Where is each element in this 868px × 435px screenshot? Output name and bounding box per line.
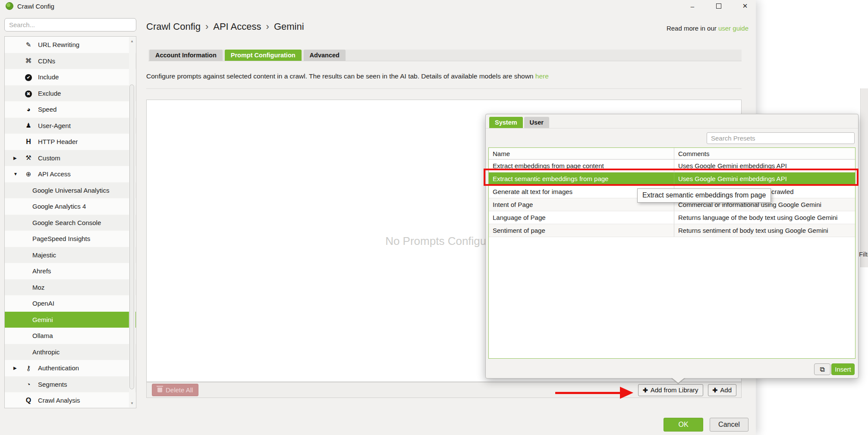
breadcrumb: Crawl Config›API Access›Gemini <box>146 21 304 32</box>
sidebar-list: ✎URL Rewriting ⌘CDNs ✔Include ✖Exclude ◕… <box>5 37 136 408</box>
sidebar-item-label: HTTP Header <box>38 138 78 145</box>
sidebar-item-http-header[interactable]: HHTTP Header <box>5 134 136 150</box>
sidebar-item-label: PageSpeed Insights <box>32 235 90 242</box>
minimize-button[interactable]: – <box>683 0 702 12</box>
scroll-up-icon[interactable]: ▲ <box>130 39 134 43</box>
network-icon: ⌘ <box>23 57 34 65</box>
tooltip: Extract semantic embeddings from page <box>637 188 771 203</box>
sidebar-item-label: Google Search Console <box>32 219 101 226</box>
annotation-arrow-head <box>620 387 633 399</box>
breadcrumb-api-access[interactable]: API Access <box>213 21 261 32</box>
read-more-note: Read more in our user guide <box>630 25 748 32</box>
here-link[interactable]: here <box>535 72 549 80</box>
sidebar-item-authentication[interactable]: ▶⚷Authentication <box>5 360 136 376</box>
sidebar-item-cdns[interactable]: ⌘CDNs <box>5 53 136 69</box>
sidebar-item-label: API Access <box>38 170 71 178</box>
user-guide-link[interactable]: user guide <box>718 25 748 32</box>
tab-description: Configure prompts against selected conte… <box>146 72 549 80</box>
add-button[interactable]: ✚ Add <box>708 384 736 396</box>
scroll-down-icon[interactable]: ▼ <box>130 401 134 405</box>
pencil-icon: ✎ <box>23 41 34 49</box>
tab-advanced[interactable]: Advanced <box>304 50 346 61</box>
http-header-icon: H <box>23 138 34 146</box>
chevron-right-icon[interactable]: ▶ <box>13 366 23 370</box>
column-header-comments[interactable]: Comments <box>674 148 855 159</box>
chevron-right-icon[interactable]: ▶ <box>13 156 23 160</box>
breadcrumb-crawl-config[interactable]: Crawl Config <box>146 21 201 32</box>
annotation-arrow <box>555 392 621 394</box>
plus-icon: ✚ <box>643 387 648 394</box>
search-input[interactable] <box>4 18 136 31</box>
agent-icon: ♟ <box>23 122 34 129</box>
sidebar-item-moz[interactable]: Moz <box>5 279 136 296</box>
gauge-icon: ◕ <box>23 106 34 113</box>
tab-user[interactable]: User <box>524 117 549 128</box>
copy-button[interactable]: ⧉ <box>814 363 830 375</box>
sidebar-item-label: Crawl Analysis <box>38 397 80 404</box>
sidebar-item-api-access[interactable]: ▼⊕API Access <box>5 166 136 182</box>
sidebar-item-anthropic[interactable]: Anthropic <box>5 344 136 360</box>
sidebar-item-user-agent[interactable]: ♟User-Agent <box>5 118 136 134</box>
sidebar-item-label: Authentication <box>38 364 79 372</box>
ok-button[interactable]: OK <box>664 418 703 432</box>
globe-icon: ⊕ <box>23 170 34 178</box>
sidebar-item-ahrefs[interactable]: Ahrefs <box>5 263 136 279</box>
sidebar-item-label: Google Universal Analytics <box>32 187 109 194</box>
check-circle-icon: ✔ <box>25 74 32 81</box>
sidebar-item-crawl-analysis[interactable]: QCrawl Analysis <box>5 392 136 409</box>
table-header: Name Comments <box>489 148 855 160</box>
prompts-toolbar: Delete All ✚ Add from Library ✚ Add <box>146 382 742 398</box>
sidebar-item-majestic[interactable]: Majestic <box>5 247 136 263</box>
copy-icon: ⧉ <box>820 366 824 373</box>
tab-account-information[interactable]: Account Information <box>149 50 223 61</box>
sidebar-item-openai[interactable]: OpenAI <box>5 295 136 312</box>
sidebar-item-label: OpenAI <box>32 300 54 307</box>
column-header-name[interactable]: Name <box>489 148 674 159</box>
plus-icon: ✚ <box>713 387 718 394</box>
sidebar-item-label: Ahrefs <box>32 267 51 275</box>
sidebar-item-google-universal-analytics[interactable]: Google Universal Analytics <box>5 182 136 199</box>
sidebar-item-exclude[interactable]: ✖Exclude <box>5 85 136 102</box>
sidebar-item-segments[interactable]: ◔Segments <box>5 376 136 393</box>
sidebar-item-url-rewriting[interactable]: ✎URL Rewriting <box>5 37 136 53</box>
sidebar-item-label: CDNs <box>38 57 55 65</box>
sidebar-item-gemini[interactable]: Gemini <box>5 312 136 328</box>
pie-chart-icon: ◔ <box>23 381 34 388</box>
sidebar-item-pagespeed-insights[interactable]: PageSpeed Insights <box>5 231 136 247</box>
sidebar-item-custom[interactable]: ▶⚒Custom <box>5 150 136 166</box>
sidebar-item-label: Exclude <box>38 90 61 97</box>
sidebar-item-label: Gemini <box>32 316 53 323</box>
config-sidebar: ✎URL Rewriting ⌘CDNs ✔Include ✖Exclude ◕… <box>4 36 136 408</box>
breadcrumb-gemini[interactable]: Gemini <box>274 21 304 32</box>
background-app-scrollbar <box>860 88 868 267</box>
maximize-button[interactable] <box>709 0 728 12</box>
breadcrumb-separator: › <box>201 21 213 32</box>
sidebar-item-label: User-Agent <box>38 122 71 129</box>
preset-row[interactable]: Language of Page Returns language of the… <box>489 211 855 224</box>
sidebar-item-speed[interactable]: ◕Speed <box>5 101 136 118</box>
delete-all-button[interactable]: Delete All <box>152 384 198 396</box>
chevron-down-icon[interactable]: ▼ <box>13 172 23 176</box>
sidebar-item-google-search-console[interactable]: Google Search Console <box>5 215 136 231</box>
sidebar-item-label: URL Rewriting <box>38 41 79 48</box>
insert-button[interactable]: Insert <box>831 363 855 375</box>
sidebar-item-label: Segments <box>38 381 67 388</box>
cancel-button[interactable]: Cancel <box>710 418 748 432</box>
preset-search <box>707 132 855 144</box>
scrollbar-thumb[interactable] <box>129 84 134 389</box>
sidebar-item-ollama[interactable]: Ollama <box>5 328 136 344</box>
tab-prompt-configuration[interactable]: Prompt Configuration <box>225 50 302 61</box>
prompt-library-popup: System User Name Comments Extract embedd… <box>485 114 859 379</box>
sidebar-item-label: Majestic <box>32 251 56 259</box>
tab-system[interactable]: System <box>489 117 523 128</box>
sidebar-item-include[interactable]: ✔Include <box>5 69 136 85</box>
close-button[interactable]: ✕ <box>736 0 755 12</box>
magnifier-icon: Q <box>23 397 34 404</box>
sidebar-item-google-analytics-4[interactable]: Google Analytics 4 <box>5 198 136 215</box>
person-lock-icon: ⚷ <box>23 364 34 372</box>
search-presets-input[interactable] <box>707 132 855 144</box>
add-from-library-button[interactable]: ✚ Add from Library <box>638 384 703 396</box>
preset-row[interactable]: Sentiment of page Returns sentiment of b… <box>489 224 855 237</box>
sidebar-scrollbar[interactable]: ▲ ▼ <box>129 37 135 407</box>
background-app-filter-label: Filter <box>859 250 868 258</box>
